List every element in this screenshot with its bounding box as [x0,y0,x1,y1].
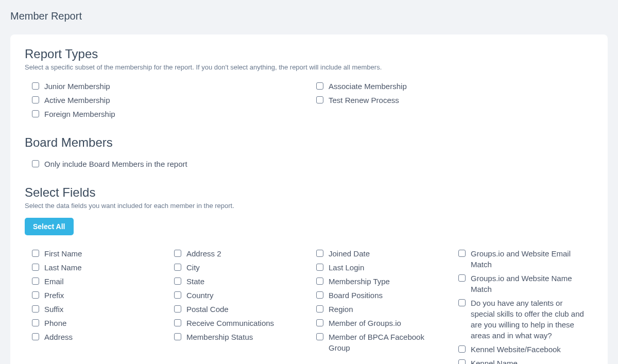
checkbox-membership-status[interactable]: Membership Status [174,330,304,344]
checkbox-icon[interactable] [316,305,323,313]
checkbox-icon[interactable] [316,82,323,90]
checkbox-label: Phone [44,318,66,328]
checkbox-address-2[interactable]: Address 2 [174,247,304,261]
checkbox-icon[interactable] [174,333,181,340]
checkbox-groupsio-website-name-match[interactable]: Groups.io and Website Name Match [458,271,588,296]
checkbox-label: Postal Code [186,304,229,315]
checkbox-icon[interactable] [174,278,181,285]
checkbox-icon[interactable] [32,250,39,257]
checkbox-prefix[interactable]: Prefix [32,288,162,302]
checkbox-icon[interactable] [32,291,39,299]
checkbox-label: Receive Communications [186,318,274,328]
checkbox-board-positions[interactable]: Board Positions [316,288,446,302]
fields-col-2: Address 2 City State Country Postal Code… [167,247,309,364]
checkbox-icon[interactable] [458,299,466,306]
checkbox-membership-type[interactable]: Membership Type [316,274,446,288]
checkbox-icon[interactable] [32,319,39,326]
checkbox-icon[interactable] [458,250,466,257]
report-types-title: Report Types [25,47,593,61]
checkbox-label: Kennel Website/Facebook [471,344,561,355]
checkbox-first-name[interactable]: First Name [32,247,162,261]
report-types-section: Report Types Select a specific subset of… [25,47,593,121]
checkbox-only-board-members[interactable]: Only include Board Members in the report [32,157,593,171]
select-fields-section: Select Fields Select the data fields you… [25,185,593,364]
select-fields-title: Select Fields [25,185,593,200]
checkbox-label: Last Login [329,262,364,273]
checkbox-icon[interactable] [316,291,323,299]
checkbox-icon[interactable] [174,319,181,326]
checkbox-icon[interactable] [32,278,39,285]
page-title: Member Report [10,10,608,22]
checkbox-icon[interactable] [458,359,466,364]
checkbox-kennel-name[interactable]: Kennel Name [458,356,588,364]
checkbox-address[interactable]: Address [32,330,162,344]
checkbox-label: Suffix [44,304,63,315]
checkbox-email[interactable]: Email [32,274,162,288]
checkbox-label: Membership Type [329,276,390,287]
checkbox-kennel-website-facebook[interactable]: Kennel Website/Facebook [458,342,588,356]
checkbox-icon[interactable] [32,333,39,340]
checkbox-talents-skills-question[interactable]: Do you have any talents or special skill… [458,296,588,342]
checkbox-label: Email [44,276,64,287]
checkbox-icon[interactable] [316,278,323,285]
checkbox-active-membership[interactable]: Active Membership [32,93,309,107]
checkbox-icon[interactable] [32,110,39,117]
report-card: Report Types Select a specific subset of… [10,34,608,364]
checkbox-icon[interactable] [32,264,39,271]
select-all-button[interactable]: Select All [25,218,74,235]
checkbox-icon[interactable] [174,250,181,257]
checkbox-country[interactable]: Country [174,288,304,302]
checkbox-city[interactable]: City [174,261,304,274]
checkbox-label: Do you have any talents or special skill… [471,298,588,341]
checkbox-icon[interactable] [316,319,323,326]
checkbox-icon[interactable] [32,96,39,103]
checkbox-icon[interactable] [174,291,181,299]
fields-col-1: First Name Last Name Email Prefix Suffix… [25,247,167,364]
checkbox-groupsio-website-email-match[interactable]: Groups.io and Website Email Match [458,247,588,271]
checkbox-postal-code[interactable]: Postal Code [174,302,304,316]
checkbox-label: Address 2 [186,248,221,259]
checkbox-receive-communications[interactable]: Receive Communications [174,316,304,330]
checkbox-icon[interactable] [174,264,181,271]
checkbox-label: Active Membership [44,95,110,106]
checkbox-icon[interactable] [458,274,466,282]
checkbox-label: Groups.io and Website Email Match [471,248,588,270]
board-members-title: Board Members [25,135,593,150]
checkbox-icon[interactable] [32,160,39,167]
checkbox-test-renew-process[interactable]: Test Renew Process [316,93,593,107]
checkbox-state[interactable]: State [174,274,304,288]
checkbox-icon[interactable] [32,82,39,90]
checkbox-icon[interactable] [458,345,466,353]
checkbox-label: Only include Board Members in the report [44,159,187,169]
select-fields-desc: Select the data fields you want included… [25,202,593,210]
checkbox-member-of-groupsio[interactable]: Member of Groups.io [316,316,446,330]
checkbox-label: State [186,276,204,287]
checkbox-joined-date[interactable]: Joined Date [316,247,446,261]
checkbox-label: Kennel Name [471,358,518,364]
checkbox-label: Board Positions [329,290,383,301]
checkbox-foreign-membership[interactable]: Foreign Membership [32,107,309,121]
checkbox-phone[interactable]: Phone [32,316,162,330]
checkbox-associate-membership[interactable]: Associate Membership [316,79,593,93]
checkbox-label: Region [329,304,353,315]
checkbox-icon[interactable] [316,96,323,103]
checkbox-label: Foreign Membership [44,109,115,119]
report-types-right-col: Associate Membership Test Renew Process [309,79,593,121]
fields-col-4: Groups.io and Website Email Match Groups… [451,247,593,364]
checkbox-icon[interactable] [174,305,181,313]
checkbox-icon[interactable] [32,305,39,313]
checkbox-label: First Name [44,248,82,259]
checkbox-icon[interactable] [316,264,323,271]
checkbox-member-of-bpca-facebook-group[interactable]: Member of BPCA Facebook Group [316,330,446,355]
checkbox-label: City [186,262,200,273]
report-types-desc: Select a specific subset of the membersh… [25,63,593,71]
checkbox-suffix[interactable]: Suffix [32,302,162,316]
checkbox-last-name[interactable]: Last Name [32,261,162,274]
checkbox-icon[interactable] [316,250,323,257]
checkbox-label: Member of Groups.io [329,318,401,328]
checkbox-region[interactable]: Region [316,302,446,316]
checkbox-junior-membership[interactable]: Junior Membership [32,79,309,93]
checkbox-label: Associate Membership [329,81,407,92]
checkbox-icon[interactable] [316,333,323,340]
checkbox-last-login[interactable]: Last Login [316,261,446,274]
